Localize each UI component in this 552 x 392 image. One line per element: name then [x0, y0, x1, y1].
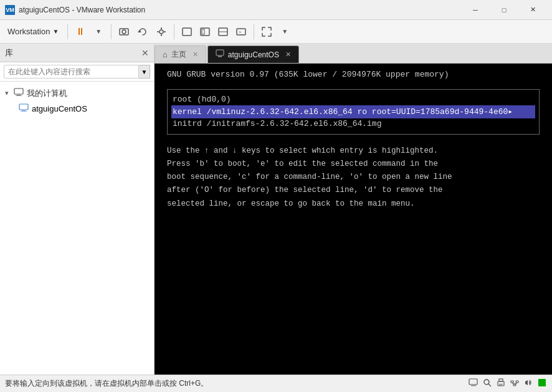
svg-rect-29: [499, 384, 503, 385]
status-vm-icon[interactable]: [469, 378, 478, 390]
svg-rect-15: [14, 88, 23, 94]
menu-separator-1: [67, 24, 68, 39]
search-input[interactable]: [4, 65, 139, 79]
grub-instruction-1: Use the ↑ and ↓ keys to select which ent…: [167, 145, 540, 158]
svg-rect-7: [164, 31, 166, 32]
svg-rect-27: [498, 381, 504, 386]
svg-marker-36: [525, 380, 528, 385]
svg-rect-8: [183, 28, 191, 36]
window-title: atguiguCentOS - VMware Workstation: [19, 6, 461, 14]
grub-line-2: initrd /initramfs-2.6.32-642.el6.x86_64.…: [173, 118, 534, 130]
grub-line-0: root (hd0,0): [173, 93, 534, 106]
svg-point-3: [159, 30, 163, 34]
tree-item-my-computer[interactable]: ▾ 我的计算机: [0, 85, 154, 101]
vm-display-button[interactable]: [214, 23, 232, 41]
svg-rect-31: [511, 381, 513, 383]
menu-separator-4: [254, 24, 254, 39]
search-bar: ▼: [0, 62, 154, 82]
toolbar-group-view: ▼: [258, 23, 293, 41]
title-bar: VM atguiguCentOS - VMware Workstation ─ …: [0, 0, 552, 20]
fullscreen-button[interactable]: [258, 23, 275, 41]
minimize-button[interactable]: ─: [461, 0, 490, 20]
tree-view: ▾ 我的计算机 atguiguCentOS: [0, 82, 154, 375]
maximize-button[interactable]: □: [490, 0, 518, 20]
status-bar: 要将输入定向到该虚拟机，请在虚拟机内部单击或按 Ctrl+G。: [0, 375, 552, 392]
home-tab-icon: ⌂: [163, 50, 168, 59]
svg-rect-20: [21, 111, 27, 112]
toolbar-group-vm: >_: [178, 23, 250, 41]
status-green-indicator[interactable]: [537, 378, 547, 390]
svg-marker-2: [138, 30, 141, 32]
toolbar-dropdown-1[interactable]: ▼: [90, 23, 107, 41]
status-search-icon[interactable]: [482, 378, 492, 390]
svg-rect-22: [218, 56, 222, 57]
status-text: 要将输入定向到该虚拟机，请在虚拟机内部单击或按 Ctrl+G。: [5, 378, 469, 389]
sidebar: 库 ✕ ▼ ▾ 我的计算机 atguiguCentOS: [0, 44, 155, 375]
sidebar-header: 库 ✕: [0, 44, 154, 62]
grub-instruction-3: boot sequence, 'c' for a command-line, '…: [167, 171, 540, 184]
vm-icon: [19, 103, 29, 115]
svg-rect-23: [469, 379, 477, 385]
window-controls: ─ □ ✕: [461, 0, 547, 20]
sidebar-close-button[interactable]: ✕: [141, 48, 149, 58]
vm-tab-icon: [216, 49, 224, 60]
close-button[interactable]: ✕: [518, 0, 547, 20]
vm-power-button[interactable]: [178, 23, 196, 41]
svg-point-1: [122, 30, 126, 34]
svg-rect-32: [516, 381, 518, 383]
menu-bar: Workstation ▼ ⏸ ▼ >_ ▼: [0, 20, 552, 44]
grub-instructions: Use the ↑ and ↓ keys to select which ent…: [167, 145, 540, 211]
tab-bar: ⌂ 主页 ✕ atguiguCentOS ✕: [155, 44, 552, 64]
tab-home[interactable]: ⌂ 主页 ✕: [155, 45, 206, 63]
status-print-icon[interactable]: [496, 378, 506, 390]
svg-rect-18: [19, 104, 28, 110]
vm-tab-label: atguiguCentOS: [228, 50, 279, 59]
revert-button[interactable]: [134, 23, 151, 41]
home-tab-close[interactable]: ✕: [193, 50, 198, 59]
workstation-menu[interactable]: Workstation ▼: [2, 24, 64, 39]
toolbar-group-1: ⏸ ▼: [72, 23, 107, 41]
grub-line-1: kernel /vmlinuz-2.6.32-642.el6.x86_64 ro…: [171, 105, 535, 119]
svg-rect-37: [538, 379, 546, 386]
app-icon: VM: [5, 5, 15, 15]
home-tab-label: 主页: [171, 49, 186, 60]
svg-rect-5: [161, 34, 162, 36]
pause-button[interactable]: ⏸: [72, 23, 89, 41]
svg-rect-4: [161, 27, 162, 29]
status-icons: [469, 378, 547, 390]
grub-instruction-4: after ('O' for before) the selected line…: [167, 184, 540, 197]
menu-separator-3: [174, 24, 174, 39]
settings-button[interactable]: [153, 23, 170, 41]
content-area: ⌂ 主页 ✕ atguiguCentOS ✕ GNU GRUB version …: [155, 44, 552, 375]
svg-rect-30: [499, 385, 502, 386]
search-dropdown-button[interactable]: ▼: [139, 65, 150, 79]
snapshot-button[interactable]: [115, 23, 133, 41]
vm-console-button[interactable]: >_: [232, 23, 250, 41]
grub-instruction-2: Press 'b' to boot, 'e' to edit the selec…: [167, 158, 540, 171]
svg-rect-10: [202, 29, 204, 34]
expand-icon: ▾: [5, 89, 14, 97]
view-dropdown[interactable]: ▼: [276, 23, 293, 41]
svg-line-26: [488, 384, 491, 386]
svg-rect-28: [499, 379, 503, 381]
grub-command-box: root (hd0,0) kernel /vmlinuz-2.6.32-642.…: [167, 89, 540, 135]
main-area: 库 ✕ ▼ ▾ 我的计算机 atguiguCentOS: [0, 44, 552, 375]
status-network-icon[interactable]: [510, 378, 520, 390]
vm-terminal[interactable]: GNU GRUB version 0.97 (635K lower / 2094…: [155, 64, 552, 375]
svg-text:>_: >_: [239, 30, 244, 35]
svg-rect-21: [216, 50, 224, 55]
grub-header: GNU GRUB version 0.97 (635K lower / 2094…: [167, 70, 540, 79]
status-sound-icon[interactable]: [523, 378, 533, 390]
svg-rect-6: [157, 31, 159, 32]
tree-item-vm[interactable]: atguiguCentOS: [0, 101, 154, 117]
menu-separator-2: [111, 24, 112, 39]
computer-icon: [14, 87, 24, 99]
svg-rect-17: [16, 95, 22, 96]
tab-vm[interactable]: atguiguCentOS ✕: [207, 45, 299, 63]
tree-label-my-computer: 我的计算机: [27, 88, 67, 99]
svg-point-25: [484, 380, 489, 385]
sidebar-title: 库: [5, 47, 13, 59]
grub-instruction-5: selected line, or escape to go back to t…: [167, 198, 540, 211]
vm-window-button[interactable]: [196, 23, 214, 41]
vm-tab-close[interactable]: ✕: [285, 50, 291, 59]
